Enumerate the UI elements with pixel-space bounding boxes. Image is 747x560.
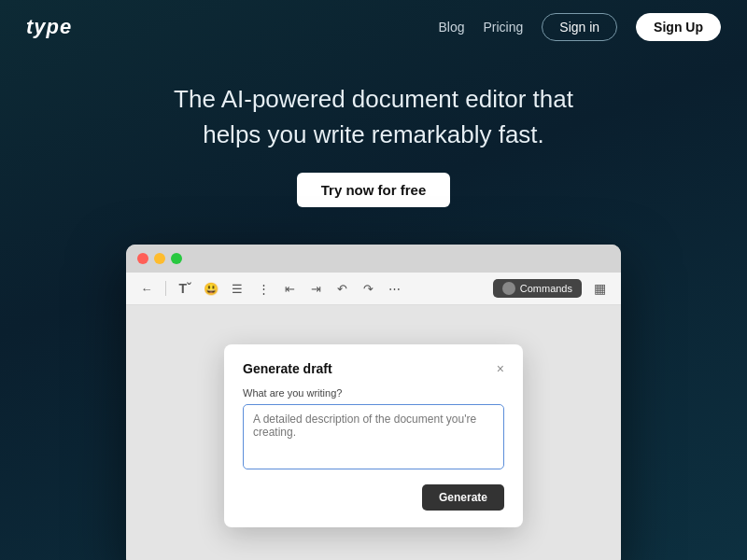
window-dot-yellow[interactable] bbox=[154, 253, 165, 264]
hero-title-line2: helps you write remarkably fast. bbox=[203, 120, 544, 148]
app-window-wrapper: ← Tˇ 😃 ☰ ⋮ ⇤ ⇥ ↶ ↷ ⋯ Commands ▦ Generate… bbox=[0, 245, 747, 560]
commands-icon bbox=[502, 282, 515, 295]
modal-close-button[interactable]: × bbox=[497, 362, 504, 375]
bullet-list-icon[interactable]: ☰ bbox=[228, 279, 247, 298]
hero-title-line1: The AI-powered document editor that bbox=[174, 85, 573, 113]
indent-right-icon[interactable]: ⇥ bbox=[306, 279, 325, 298]
commands-label: Commands bbox=[520, 283, 572, 294]
app-window: ← Tˇ 😃 ☰ ⋮ ⇤ ⇥ ↶ ↷ ⋯ Commands ▦ Generate… bbox=[126, 245, 621, 560]
try-now-button[interactable]: Try now for free bbox=[297, 173, 451, 207]
modal-header: Generate draft × bbox=[243, 361, 504, 376]
nav-blog-link[interactable]: Blog bbox=[438, 20, 464, 35]
indent-left-icon[interactable]: ⇤ bbox=[280, 279, 299, 298]
toolbar-separator-1 bbox=[165, 281, 166, 296]
window-dot-red[interactable] bbox=[137, 253, 148, 264]
generate-draft-modal: Generate draft × What are you writing? G… bbox=[224, 344, 523, 527]
window-titlebar bbox=[126, 245, 621, 273]
signup-button[interactable]: Sign Up bbox=[636, 13, 721, 41]
modal-title: Generate draft bbox=[243, 361, 332, 376]
text-format-icon[interactable]: Tˇ bbox=[176, 279, 194, 298]
sidebar-toggle-icon[interactable]: ▦ bbox=[589, 278, 610, 299]
window-dot-green[interactable] bbox=[171, 253, 182, 264]
emoji-icon[interactable]: 😃 bbox=[202, 279, 220, 298]
generate-button[interactable]: Generate bbox=[422, 484, 504, 511]
back-arrow-icon[interactable]: ← bbox=[137, 279, 156, 298]
window-toolbar: ← Tˇ 😃 ☰ ⋮ ⇤ ⇥ ↶ ↷ ⋯ Commands ▦ bbox=[126, 273, 621, 305]
undo-icon[interactable]: ↶ bbox=[332, 279, 351, 298]
numbered-list-icon[interactable]: ⋮ bbox=[254, 279, 273, 298]
hero-title: The AI-powered document editor that help… bbox=[19, 82, 728, 152]
modal-description-input[interactable] bbox=[243, 404, 504, 469]
commands-button[interactable]: Commands bbox=[493, 279, 582, 298]
nav-pricing-link[interactable]: Pricing bbox=[484, 20, 524, 35]
header: type Blog Pricing Sign in Sign Up bbox=[0, 0, 747, 54]
redo-icon[interactable]: ↷ bbox=[359, 279, 377, 298]
nav: Blog Pricing Sign in Sign Up bbox=[438, 13, 721, 41]
window-content: Generate draft × What are you writing? G… bbox=[126, 305, 621, 560]
more-options-icon[interactable]: ⋯ bbox=[385, 279, 403, 298]
logo: type bbox=[26, 15, 72, 39]
modal-field-label: What are you writing? bbox=[243, 387, 504, 399]
modal-footer: Generate bbox=[243, 484, 504, 511]
hero-section: The AI-powered document editor that help… bbox=[0, 54, 747, 226]
signin-button[interactable]: Sign in bbox=[542, 13, 617, 41]
